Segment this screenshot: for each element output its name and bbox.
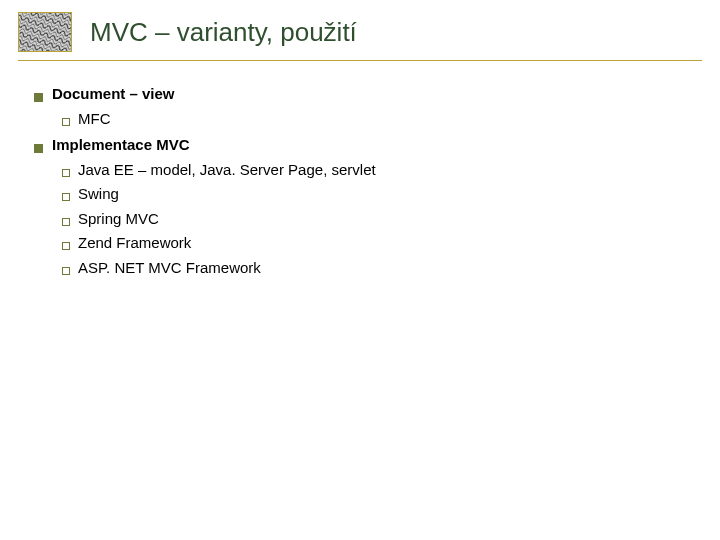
bullet-hollow-square-icon	[62, 193, 70, 201]
bullet-level-2: Java EE – model, Java. Server Page, serv…	[62, 159, 720, 182]
bullet-text: Spring MVC	[78, 208, 159, 231]
bullet-level-2: Swing	[62, 183, 720, 206]
svg-rect-1	[19, 13, 71, 51]
slide-title: MVC – varianty, použití	[90, 17, 357, 48]
bullet-text: Zend Framework	[78, 232, 191, 255]
bullet-text: Java EE – model, Java. Server Page, serv…	[78, 159, 376, 182]
bullet-text: ASP. NET MVC Framework	[78, 257, 261, 280]
bullet-square-icon	[34, 144, 43, 153]
slide-content: Document – view MFC Implementace MVC Jav…	[0, 61, 720, 279]
bullet-level-1: Implementace MVC	[34, 134, 720, 157]
bullet-hollow-square-icon	[62, 169, 70, 177]
bullet-text: MFC	[78, 108, 111, 131]
bullet-square-icon	[34, 93, 43, 102]
slide-header: MVC – varianty, použití	[0, 0, 720, 56]
bullet-text: Implementace MVC	[52, 134, 190, 157]
bullet-hollow-square-icon	[62, 118, 70, 126]
bullet-text: Document – view	[52, 83, 175, 106]
bullet-level-2: MFC	[62, 108, 720, 131]
bullet-hollow-square-icon	[62, 242, 70, 250]
bullet-level-2: Zend Framework	[62, 232, 720, 255]
bullet-level-2: Spring MVC	[62, 208, 720, 231]
slide: MVC – varianty, použití Document – view …	[0, 0, 720, 540]
bullet-hollow-square-icon	[62, 267, 70, 275]
bullet-text: Swing	[78, 183, 119, 206]
bullet-level-2: ASP. NET MVC Framework	[62, 257, 720, 280]
bullet-level-1: Document – view	[34, 83, 720, 106]
bullet-hollow-square-icon	[62, 218, 70, 226]
logo-icon	[18, 12, 72, 52]
